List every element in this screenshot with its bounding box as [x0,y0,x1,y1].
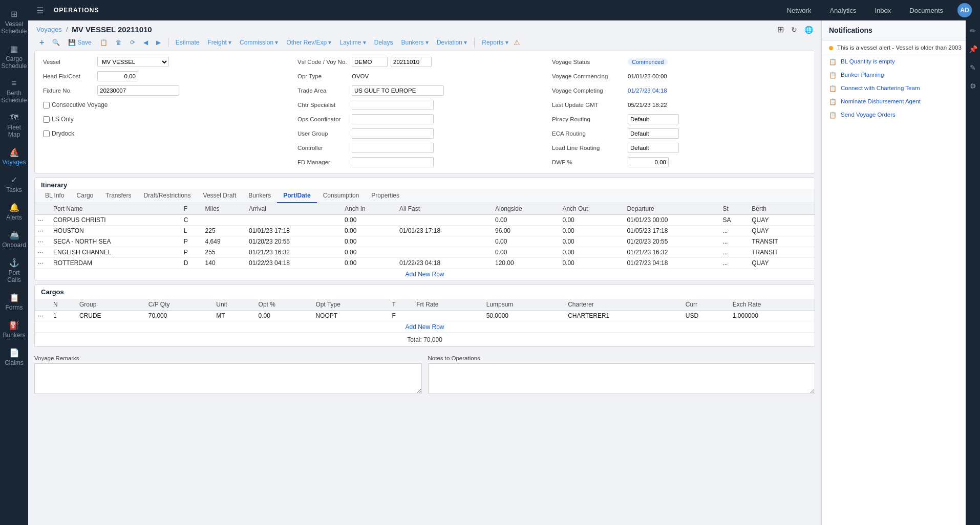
tab-cargo[interactable]: Cargo [71,189,100,203]
sidebar-item-onboard[interactable]: 🚢 Onboard [0,226,28,253]
vessel-select[interactable]: MV VESSEL [97,57,169,67]
sidebar-item-vessel-schedule[interactable]: ⊞ Vessel Schedule [0,5,28,39]
notif-voyage-orders[interactable]: 📋 Send Voyage Orders [822,108,980,122]
page-header: Voyages / MV VESSEL 20211010 ⊞ ↻ 🌐 [28,20,821,34]
delete-button[interactable]: 🗑 [113,37,125,48]
next-button[interactable]: ▶ [153,37,164,48]
table-row[interactable]: ··· 1 CRUDE 70,000 MT 0.00 NOOPT F 50.00… [35,311,815,321]
table-row[interactable]: ··· ENGLISH CHANNEL P 255 01/21/23 16:32… [35,247,815,258]
sync-button[interactable]: ⟳ [127,37,138,48]
voyage-remarks-textarea[interactable] [34,363,422,394]
estimate-button[interactable]: Estimate [173,37,203,48]
sidebar-item-fleet-map[interactable]: 🗺 Fleet Map [0,109,28,142]
reports-button[interactable]: Reports ▾ [479,37,511,48]
drydock-checkbox-label[interactable]: Drydock [43,130,74,137]
row-dots[interactable]: ··· [35,247,50,258]
controller-input[interactable] [352,143,434,153]
other-rev-button[interactable]: Other Rev/Exp ▾ [283,37,334,48]
sidebar-item-bunkers[interactable]: ⛽ Bunkers [0,316,28,343]
ops-coordinator-input[interactable] [352,114,434,124]
table-row[interactable]: ··· ROTTERDAM D 140 01/22/23 04:18 0.00 … [35,258,815,269]
deviation-button[interactable]: Deviation ▾ [434,37,470,48]
grid-view-icon[interactable]: ⊞ [777,25,784,34]
dwf-input[interactable] [628,157,669,167]
sidebar-item-voyages[interactable]: ⛵ Voyages [0,143,28,170]
voy-no-input[interactable] [391,57,432,67]
sidebar-item-berth-schedule[interactable]: ≡ Berth Schedule [0,75,28,108]
notes-to-ops-textarea[interactable] [428,363,816,394]
search-button[interactable]: 🔍 [49,37,63,48]
fd-manager-input[interactable] [352,157,434,167]
head-fix-cost-input[interactable] [97,71,138,81]
ls-only-checkbox-label[interactable]: LS Only [43,116,74,123]
sidebar-item-tasks[interactable]: ✓ Tasks [0,171,28,198]
trade-area-input[interactable] [352,85,444,96]
cargos-add-row[interactable]: Add New Row [35,321,815,333]
freight-button[interactable]: Freight ▾ [204,37,235,48]
cargo-dots[interactable]: ··· [35,311,50,321]
tab-vessel-draft[interactable]: Vessel Draft [197,189,243,203]
save-button[interactable]: 💾 Save [65,37,94,48]
notif-bl-quantity[interactable]: 📋 BL Quantity is empty [822,55,980,69]
copy-button[interactable]: 📋 [97,37,111,48]
table-row[interactable]: ··· CORPUS CHRISTI C 0.00 0.00 0.00 01/0… [35,215,815,226]
tab-port-date[interactable]: Port/Date [277,189,316,203]
cargos-panel: Cargos N Group C/P Qty Unit Opt % Opt Ty… [34,285,815,347]
right-icon-1[interactable]: ✏ [968,25,978,37]
chtr-specialist-input[interactable] [352,100,434,110]
vsl-code-input[interactable] [352,57,388,67]
notif-chartering-team[interactable]: 📋 Connect with Chartering Team [822,82,980,95]
tab-bl-info[interactable]: BL Info [39,189,71,203]
notif-disbursement-agent[interactable]: 📋 Nominate Disbursement Agent [822,95,980,108]
globe-icon[interactable]: 🌐 [804,26,813,34]
sidebar-item-port-calls[interactable]: ⚓ Port Calls [0,254,28,288]
user-group-input[interactable] [352,128,434,139]
row-dots[interactable]: ··· [35,258,50,269]
row-dots[interactable]: ··· [35,226,50,236]
nav-inbox[interactable]: Inbox [870,5,895,16]
tab-consumption[interactable]: Consumption [317,189,366,203]
prev-button[interactable]: ◀ [140,37,151,48]
bunkers-button[interactable]: Bunkers ▾ [398,37,432,48]
tab-bunkers[interactable]: Bunkers [242,189,277,203]
user-avatar[interactable]: AD [957,3,972,17]
row-dots[interactable]: ··· [35,236,50,247]
table-row[interactable]: ··· HOUSTON L 225 01/01/23 17:18 0.00 01… [35,226,815,236]
hamburger-menu[interactable]: ☰ [36,6,44,15]
right-icon-3[interactable]: ✎ [968,61,978,74]
commission-button[interactable]: Commission ▾ [237,37,281,48]
breadcrumb-parent[interactable]: Voyages [36,26,62,33]
nav-network[interactable]: Network [783,5,816,16]
tab-draft-restrictions[interactable]: Draft/Restrictions [138,189,197,203]
row-st: SA [719,215,749,226]
row-dots[interactable]: ··· [35,215,50,226]
claims-icon: 📄 [9,348,19,358]
tab-properties[interactable]: Properties [365,189,406,203]
consecutive-voyage-checkbox-label[interactable]: Consecutive Voyage [43,101,108,108]
load-line-routing-input[interactable] [628,143,679,153]
sidebar-item-forms[interactable]: 📋 Forms [0,289,28,315]
sidebar-item-alerts[interactable]: 🔔 Alerts [0,199,28,225]
tab-transfers[interactable]: Transfers [99,189,137,203]
itinerary-add-row[interactable]: Add New Row [35,269,815,280]
ls-only-checkbox[interactable] [43,116,50,123]
right-icon-2[interactable]: 📌 [967,43,979,55]
laytime-button[interactable]: Laytime ▾ [336,37,369,48]
notif-alert-item[interactable]: This is a vessel alert - Vessel is older… [822,40,980,55]
delays-button[interactable]: Delays [371,37,396,48]
sidebar-item-cargo-schedule[interactable]: ▦ Cargo Schedule [0,40,28,74]
consecutive-voyage-checkbox[interactable] [43,102,50,108]
fixture-no-input[interactable] [97,85,179,96]
eca-routing-input[interactable] [628,128,679,139]
nav-documents[interactable]: Documents [905,5,947,16]
notif-bunker-planning[interactable]: 📋 Bunker Planning [822,69,980,82]
piracy-routing-input[interactable] [628,114,679,124]
sidebar-item-label: Claims [5,359,24,366]
drydock-checkbox[interactable] [43,130,50,137]
right-icon-4[interactable]: ⚙ [968,80,978,92]
refresh-icon[interactable]: ↻ [791,26,797,34]
sidebar-item-claims[interactable]: 📄 Claims [0,344,28,370]
add-button[interactable]: + [36,36,47,49]
nav-analytics[interactable]: Analytics [825,5,860,16]
table-row[interactable]: ··· SECA - NORTH SEA P 4,649 01/20/23 20… [35,236,815,247]
